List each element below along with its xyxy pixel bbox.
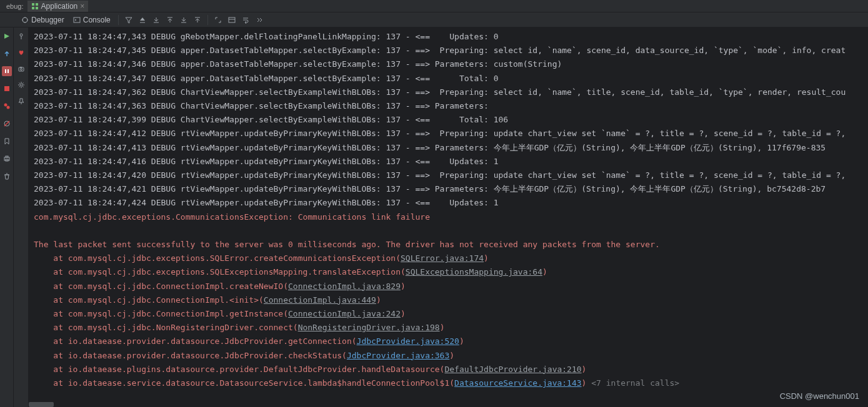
source-link[interactable]: ConnectionImpl.java:449 [264,295,376,305]
bookmark-icon[interactable] [2,136,12,146]
svg-rect-1 [36,3,38,6]
log-line: 2023-07-11 18:24:47,416 DEBUG rtViewMapp… [34,155,868,169]
close-icon[interactable]: × [80,2,84,11]
stop-icon[interactable] [2,84,12,94]
debugger-tab[interactable]: Debugger [17,14,68,26]
expand-icon[interactable] [212,14,224,26]
log-line: at io.dataease.service.datasource.Dataso… [34,376,868,390]
log-line: 2023-07-11 18:24:47,346 DEBUG apper.Data… [34,57,868,71]
wrap-icon[interactable] [239,14,252,26]
log-line: at io.dataease.plugins.datasource.provid… [34,363,868,376]
log-line: 2023-07-11 18:24:47,345 DEBUG apper.Data… [34,44,868,57]
source-link[interactable]: JdbcProvider.java:363 [347,351,449,360]
camera-icon[interactable] [16,64,26,74]
svg-rect-31 [20,67,22,68]
svg-rect-15 [229,17,235,22]
pane-label: ebug: [2,2,27,10]
svg-rect-25 [6,156,8,157]
trash-icon[interactable] [2,171,12,181]
log-line: at io.dataease.provider.datasource.JdbcP… [34,349,868,363]
log-line: 2023-07-11 18:24:47,412 DEBUG rtViewMapp… [34,127,868,140]
log-line: 2023-07-11 18:24:47,421 DEBUG rtViewMapp… [34,182,868,196]
log-line [34,224,868,238]
mute-bp-icon[interactable] [2,119,12,129]
svg-point-21 [6,106,9,109]
svg-point-32 [20,84,22,86]
separator [207,15,208,25]
source-link[interactable]: ConnectionImpl.java:242 [288,309,401,318]
log-line: 2023-07-11 18:24:47,413 DEBUG rtViewMapp… [34,141,868,155]
grid-icon [31,2,39,10]
console-gutter [14,27,29,407]
scroll-end-icon[interactable] [253,14,266,26]
breakpoints-icon[interactable] [2,101,12,111]
download2-icon[interactable] [177,14,190,26]
watermark: CSDN @wenchun001 [780,391,859,401]
svg-point-27 [20,34,22,36]
download-icon[interactable] [150,14,162,26]
log-line: The last packet sent successfully to the… [34,238,868,252]
svg-rect-0 [32,3,34,6]
source-link[interactable]: DefaultJdbcProvider.java:210 [444,365,581,374]
svg-rect-19 [4,86,9,91]
log-line: at com.mysql.cj.jdbc.exceptions.SQLExcep… [34,265,868,279]
scroll-up-icon[interactable] [136,14,149,26]
log-line: at com.mysql.cj.jdbc.ConnectionImpl.getI… [34,307,868,321]
svg-rect-17 [5,69,6,73]
svg-rect-3 [36,7,38,9]
svg-point-30 [20,69,22,71]
rerun-icon[interactable] [2,31,12,41]
svg-rect-18 [7,69,9,73]
pause-icon[interactable] [2,66,12,76]
log-line: 2023-07-11 18:24:47,343 DEBUG gRebotMapp… [34,30,868,44]
log-line: 2023-07-11 18:24:47,420 DEBUG rtViewMapp… [34,169,868,182]
console-icon [73,16,81,24]
log-line: at com.mysql.cj.jdbc.ConnectionImpl.<ini… [34,293,868,307]
tab-application[interactable]: Application × [27,1,89,12]
svg-point-20 [4,104,7,107]
horizontal-scrollbar[interactable] [29,402,54,407]
console-output[interactable]: 2023-07-11 18:24:47,343 DEBUG gRebotMapp… [29,27,868,407]
svg-point-4 [22,17,27,22]
source-link[interactable]: DatasourceService.java:143 [454,378,582,388]
source-link[interactable]: SQLExceptionsMapping.java:64 [406,267,542,277]
svg-rect-2 [32,7,34,9]
up-icon[interactable] [2,49,12,59]
log-line: 2023-07-11 18:24:47,399 DEBUG ChartViewM… [34,113,868,127]
source-link[interactable]: ConnectionImpl.java:829 [288,282,401,291]
debug-toolbar: Debugger Console [0,12,868,27]
console-tab[interactable]: Console [69,14,114,26]
log-line: 2023-07-11 18:24:47,363 DEBUG ChartViewM… [34,99,868,113]
print-icon[interactable] [2,154,12,164]
log-line: 2023-07-11 18:24:47,347 DEBUG apper.Data… [34,72,868,86]
pin-icon[interactable] [16,31,26,41]
filter-icon[interactable] [122,14,135,26]
source-link[interactable]: SQLError.java:174 [401,253,484,263]
upload-icon[interactable] [164,14,176,26]
gear-icon[interactable] [16,80,26,90]
svg-rect-29 [19,67,24,71]
bug-icon [21,16,29,24]
log-line: at com.mysql.cj.jdbc.ConnectionImpl.crea… [34,280,868,293]
run-gutter [0,27,14,407]
source-link[interactable]: JdbcProvider.java:520 [357,336,459,346]
log-line: at com.mysql.cj.jdbc.NonRegisteringDrive… [34,321,868,335]
source-link[interactable]: NonRegisteringDriver.java:198 [298,323,440,332]
layout-icon[interactable] [226,14,238,26]
tack-icon[interactable] [16,96,26,106]
log-line: 2023-07-11 18:24:47,362 DEBUG ChartViewM… [34,86,868,99]
log-line: 2023-07-11 18:24:47,424 DEBUG rtViewMapp… [34,196,868,210]
heart-icon[interactable] [16,47,26,57]
log-line: at io.dataease.provider.datasource.JdbcP… [34,335,868,348]
tab-label: Application [41,2,78,11]
log-line: com.mysql.cj.jdbc.exceptions.Communicati… [34,210,868,224]
log-line: at com.mysql.cj.jdbc.exceptions.SQLError… [34,252,868,265]
separator [118,15,119,25]
debug-tabs-bar: ebug: Application × [0,0,868,12]
upload2-icon[interactable] [191,14,204,26]
